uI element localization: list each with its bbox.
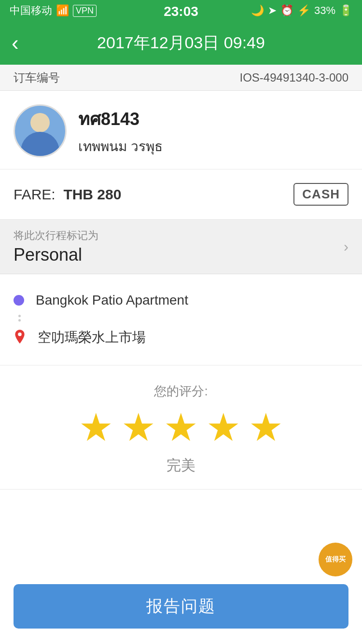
fare-amount: THB 280 <box>63 186 121 202</box>
vpn-badge: VPN <box>73 5 97 17</box>
driver-name: เทพพนม วรพุธ <box>78 136 163 157</box>
dropoff-label: 空叻瑪榮水上市場 <box>38 328 146 347</box>
stars-row: ★ ★ ★ ★ ★ <box>79 408 283 447</box>
order-id-bar: 订车编号 IOS-49491340-3-000 <box>0 65 362 91</box>
order-id-value: IOS-49491340-3-000 <box>240 71 349 84</box>
location-icon: ➤ <box>268 4 277 17</box>
bluetooth-icon: ⚡ <box>297 4 310 17</box>
divider-dot-1 <box>18 315 21 317</box>
fare-label: FARE: THB 280 <box>14 186 121 203</box>
alarm-icon: ⏰ <box>280 4 293 17</box>
pickup-dot <box>14 295 24 306</box>
trip-tag-inner: 将此次行程标记为 Personal <box>14 228 98 265</box>
battery-icon: 🔋 <box>339 4 352 17</box>
driver-section: ทศ8143 เทพพนม วรพุธ <box>0 91 362 169</box>
rating-label: 您的评分: <box>154 383 208 400</box>
fare-section: FARE: THB 280 CASH <box>0 169 362 220</box>
rating-text: 完美 <box>167 456 195 476</box>
status-left: 中国移动 📶 VPN <box>10 3 97 18</box>
watermark: 值得买 <box>319 543 352 576</box>
dropoff-route-item: 空叻瑪榮水上市場 <box>14 323 348 351</box>
star-4[interactable]: ★ <box>206 408 241 447</box>
status-time: 23:03 <box>164 4 198 19</box>
star-1[interactable]: ★ <box>79 408 113 447</box>
trip-tag-section[interactable]: 将此次行程标记为 Personal › <box>0 220 362 274</box>
report-button[interactable]: 报告问题 <box>14 584 348 629</box>
pickup-label: Bangkok Patio Apartment <box>36 293 188 308</box>
cash-badge: CASH <box>293 183 348 206</box>
status-bar: 中国移动 📶 VPN 23:03 🌙 ➤ ⏰ ⚡ 33% 🔋 <box>0 0 362 21</box>
route-divider <box>14 313 348 323</box>
svg-point-0 <box>18 333 21 336</box>
app-header: ‹ 2017年12月03日 09:49 <box>0 21 362 65</box>
watermark-text: 值得买 <box>325 555 346 564</box>
pickup-route-item: Bangkok Patio Apartment <box>14 288 348 313</box>
driver-plate: ทศ8143 <box>78 105 163 133</box>
star-3[interactable]: ★ <box>164 408 198 447</box>
back-button[interactable]: ‹ <box>12 32 19 54</box>
star-5[interactable]: ★ <box>249 408 283 447</box>
carrier-text: 中国移动 <box>10 3 52 18</box>
trip-tag-value: Personal <box>14 245 98 265</box>
trip-tag-label: 将此次行程标记为 <box>14 228 98 243</box>
fare-label-text: FARE: <box>14 186 56 202</box>
moon-icon: 🌙 <box>251 4 264 17</box>
dropoff-dot <box>14 331 26 344</box>
route-section: Bangkok Patio Apartment 空叻瑪榮水上市場 <box>0 274 362 365</box>
driver-avatar <box>14 104 67 157</box>
status-right: 🌙 ➤ ⏰ ⚡ 33% 🔋 <box>251 4 352 17</box>
report-btn-container: 报告问题 <box>0 574 362 644</box>
driver-info: ทศ8143 เทพพนม วรพุธ <box>78 105 163 157</box>
battery-text: 33% <box>314 4 335 17</box>
chevron-right-icon: › <box>344 238 348 255</box>
wifi-icon: 📶 <box>56 4 69 17</box>
order-id-label: 订车编号 <box>14 70 60 85</box>
divider-dot-2 <box>18 319 21 322</box>
star-2[interactable]: ★ <box>121 408 156 447</box>
rating-section: 您的评分: ★ ★ ★ ★ ★ 完美 <box>0 365 362 490</box>
header-title: 2017年12月03日 09:49 <box>97 32 265 54</box>
